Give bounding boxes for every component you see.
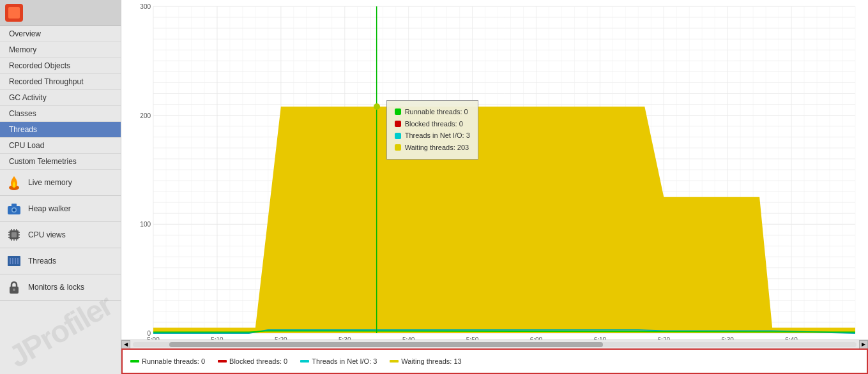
crosshair-dot — [374, 103, 380, 110]
scroll-right-btn[interactable]: ▶ — [859, 340, 868, 349]
cpu-icon — [5, 226, 23, 244]
chart-container: Runnable threads: 0Blocked threads: 0Thr… — [121, 0, 868, 340]
sidebar-tool-label: Heap walker — [28, 204, 71, 213]
sidebar-tools: Live memoryHeap walkerCPU viewsThreadsMo… — [0, 170, 121, 301]
sidebar-item-recorded-objects[interactable]: Recorded Objects — [0, 58, 121, 74]
status-color-dot-2 — [300, 360, 309, 363]
svg-rect-19 — [8, 256, 20, 266]
camera-icon — [5, 200, 23, 218]
svg-rect-6 — [11, 232, 17, 237]
status-item-text-1: Blocked threads: 0 — [229, 357, 287, 365]
main-content: Runnable threads: 0Blocked threads: 0Thr… — [121, 0, 868, 374]
scrollbar-area: ◀ ▶ — [121, 340, 868, 348]
logo-inner — [8, 7, 20, 19]
scrollbar-thumb[interactable] — [169, 342, 604, 347]
svg-rect-4 — [11, 204, 17, 207]
status-item-0: Runnable threads: 0 — [130, 357, 205, 365]
status-color-dot-3 — [390, 360, 399, 363]
lock-icon — [5, 278, 23, 296]
svg-point-25 — [13, 288, 15, 291]
sidebar-tool-heap-walker[interactable]: Heap walker — [0, 196, 121, 222]
status-item-text-2: Threads in Net I/O: 3 — [312, 357, 377, 365]
status-item-text-3: Waiting threads: 13 — [401, 357, 461, 365]
threads-icon — [5, 252, 23, 270]
sidebar-tool-threads[interactable]: Threads — [0, 248, 121, 274]
status-item-3: Waiting threads: 13 — [390, 357, 461, 365]
sidebar-tool-monitors-&-locks[interactable]: Monitors & locks — [0, 274, 121, 301]
sidebar-item-threads[interactable]: Threads — [0, 122, 121, 138]
sidebar-tool-label: CPU views — [28, 230, 66, 239]
scroll-left-btn[interactable]: ◀ — [121, 340, 130, 349]
fire-icon — [5, 174, 23, 191]
sidebar-tool-live-memory[interactable]: Live memory — [0, 170, 121, 196]
status-item-1: Blocked threads: 0 — [218, 357, 287, 365]
sidebar-nav: OverviewMemoryRecorded ObjectsRecorded T… — [0, 26, 121, 170]
threads-chart — [121, 0, 868, 340]
sidebar-item-memory[interactable]: Memory — [0, 42, 121, 58]
sidebar: OverviewMemoryRecorded ObjectsRecorded T… — [0, 0, 121, 374]
sidebar-header — [0, 0, 121, 26]
sidebar-item-gc-activity[interactable]: GC Activity — [0, 90, 121, 106]
sidebar-tool-label: Live memory — [28, 178, 72, 187]
status-bar: Runnable threads: 0Blocked threads: 0Thr… — [121, 348, 868, 374]
svg-point-3 — [13, 209, 16, 212]
sidebar-tool-label: Monitors & locks — [28, 283, 84, 292]
sidebar-item-overview[interactable]: Overview — [0, 26, 121, 42]
sidebar-item-cpu-load[interactable]: CPU Load — [0, 138, 121, 154]
sidebar-tool-label: Threads — [28, 257, 56, 266]
status-item-text-0: Runnable threads: 0 — [142, 357, 205, 365]
sidebar-item-classes[interactable]: Classes — [0, 106, 121, 122]
sidebar-item-recorded-throughput[interactable]: Recorded Throughput — [0, 74, 121, 90]
sidebar-item-custom-telemetries[interactable]: Custom Telemetries — [0, 154, 121, 170]
status-color-dot-0 — [130, 360, 139, 363]
app-logo — [5, 4, 23, 22]
status-color-dot-1 — [218, 360, 227, 363]
sidebar-tool-cpu-views[interactable]: CPU views — [0, 222, 121, 248]
scrollbar-track — [133, 342, 857, 347]
status-item-2: Threads in Net I/O: 3 — [300, 357, 377, 365]
